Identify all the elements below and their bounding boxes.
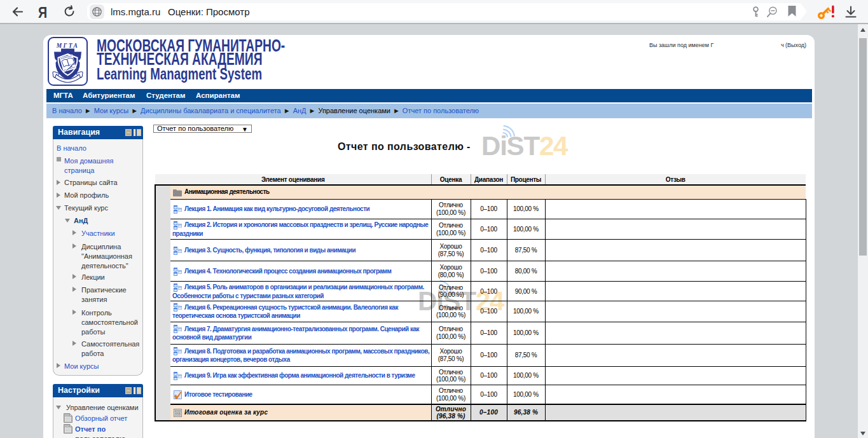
svg-text:МГТА: МГТА <box>56 43 79 49</box>
